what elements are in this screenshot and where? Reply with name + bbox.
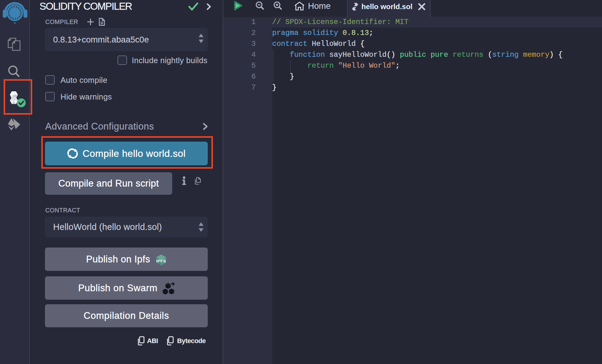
- svg-text:IPFS: IPFS: [156, 259, 166, 263]
